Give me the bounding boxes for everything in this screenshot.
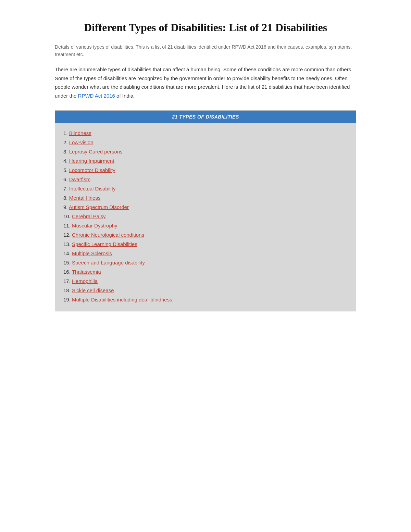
list-item-number: 17. <box>63 278 72 284</box>
disability-link[interactable]: Hemophilia <box>72 278 98 284</box>
disability-link[interactable]: Multiple Disabilities including deaf-bli… <box>72 297 172 302</box>
disability-link[interactable]: Low-vision <box>69 139 94 145</box>
list-item: 19. Multiple Disabilities including deaf… <box>63 295 348 304</box>
list-item: 11. Muscular Dystrophy <box>63 221 348 230</box>
list-item: 14. Multiple Sclerosis <box>63 249 348 258</box>
list-item-number: 7. <box>63 186 69 191</box>
list-item: 4. Hearing Impairment <box>63 156 348 165</box>
list-item: 13. Specific Learning Disabilities <box>63 239 348 249</box>
disability-link[interactable]: Leprosy Cured persons <box>69 149 123 154</box>
table-header: 21 TYPES OF DISABILITIES <box>55 111 356 123</box>
list-item-number: 12. <box>63 232 72 238</box>
intro-paragraph: There are innumerable types of disabilit… <box>55 65 356 100</box>
disability-link[interactable]: Blindness <box>69 130 91 136</box>
list-item: 9. Autism Spectrum Disorder <box>63 202 348 212</box>
disability-table: 21 TYPES OF DISABILITIES 1. Blindness2. … <box>55 110 356 311</box>
list-item-number: 11. <box>63 223 72 228</box>
list-item: 12. Chronic Neurological conditions <box>63 230 348 239</box>
list-item-number: 8. <box>63 195 69 201</box>
disability-link[interactable]: Mental Illness <box>69 195 101 201</box>
list-item: 17. Hemophilia <box>63 276 348 286</box>
list-item: 6. Dwarfism <box>63 175 348 184</box>
disability-link[interactable]: Muscular Dystrophy <box>72 223 117 228</box>
disability-link[interactable]: Cerebral Palsy <box>72 213 105 219</box>
list-item-number: 10. <box>63 213 72 219</box>
list-item: 15. Speech and Language disability <box>63 258 348 267</box>
disability-link[interactable]: Autism Spectrum Disorder <box>69 204 129 210</box>
disability-link[interactable]: Chronic Neurological conditions <box>72 232 144 238</box>
disability-link[interactable]: Hearing Impairment <box>69 158 114 164</box>
list-item-number: 4. <box>63 158 69 164</box>
page-title: Different Types of Disabilities: List of… <box>55 21 356 35</box>
disability-link[interactable]: Intellectual Disability <box>69 186 116 191</box>
list-item-number: 19. <box>63 297 72 302</box>
list-item-number: 9. <box>63 204 69 210</box>
list-item-number: 3. <box>63 149 69 154</box>
list-item-number: 15. <box>63 260 72 265</box>
disability-link[interactable]: Multiple Sclerosis <box>72 250 112 256</box>
list-item-number: 2. <box>63 139 69 145</box>
list-item: 10. Cerebral Palsy <box>63 212 348 221</box>
list-item: 5. Locomotor Disability <box>63 165 348 175</box>
list-item: 8. Mental Illness <box>63 193 348 202</box>
rpwd-act-link[interactable]: RPWD Act 2016 <box>78 93 115 99</box>
list-item-number: 1. <box>63 130 69 136</box>
disability-list: 1. Blindness2. Low-vision3. Leprosy Cure… <box>55 123 356 311</box>
list-item: 3. Leprosy Cured persons <box>63 147 348 156</box>
disability-link[interactable]: Locomotor Disability <box>69 167 115 173</box>
list-item-number: 5. <box>63 167 69 173</box>
list-item: 1. Blindness <box>63 128 348 138</box>
disability-link[interactable]: Sickle cell disease <box>72 287 114 293</box>
list-item-number: 14. <box>63 250 72 256</box>
list-item: 18. Sickle cell disease <box>63 286 348 295</box>
list-item: 2. Low-vision <box>63 138 348 147</box>
list-item-number: 13. <box>63 241 72 247</box>
list-item: 16. Thalassemia <box>63 267 348 276</box>
disability-link[interactable]: Speech and Language disability <box>72 260 145 265</box>
list-item-number: 6. <box>63 176 69 182</box>
list-item-number: 16. <box>63 269 72 275</box>
disability-link[interactable]: Specific Learning Disabilities <box>72 241 137 247</box>
disability-link[interactable]: Thalassemia <box>72 269 101 275</box>
disability-link[interactable]: Dwarfism <box>69 176 91 182</box>
intro-suffix: of India. <box>115 93 135 99</box>
list-item: 7. Intellectual Disability <box>63 184 348 193</box>
subtitle-text: Details of various types of disabilities… <box>55 43 356 59</box>
list-item-number: 18. <box>63 287 72 293</box>
